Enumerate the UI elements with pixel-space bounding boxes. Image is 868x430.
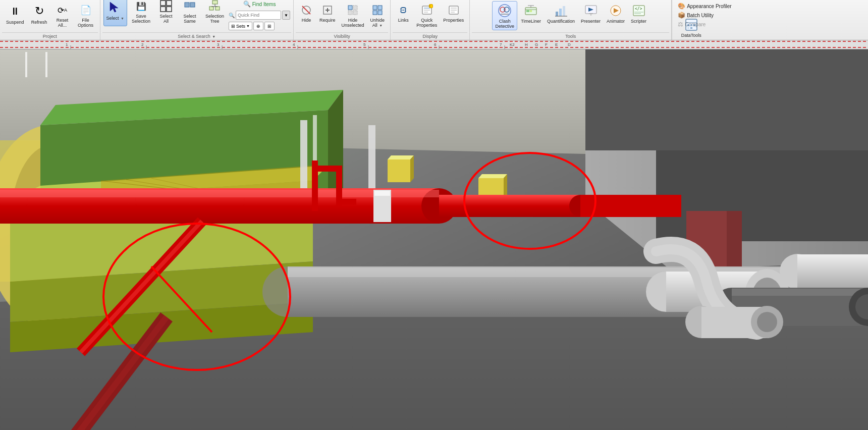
svg-rect-158 bbox=[25, 52, 27, 77]
svg-text:K2: K2 bbox=[510, 42, 515, 47]
svg-rect-145 bbox=[797, 254, 868, 289]
svg-text:3: 3 bbox=[217, 42, 220, 47]
sets-label: Sets bbox=[236, 24, 245, 29]
reset-all-label: ResetAll... bbox=[57, 18, 69, 28]
hide-unselected-button[interactable]: HideUnselected bbox=[339, 1, 367, 30]
svg-marker-118 bbox=[478, 174, 507, 178]
tools-section: ClashDetective TimeLiner Quantification … bbox=[470, 0, 672, 40]
refresh-icon: ↻ bbox=[31, 3, 47, 19]
data-tools-button[interactable]: DataTools bbox=[677, 15, 705, 44]
viewport[interactable]: 1 2 3 4 5 6 7 K2 H G F E D bbox=[0, 40, 868, 430]
display-section: Links ! QuickProperties Properties Displ… bbox=[391, 0, 470, 40]
select-all-button[interactable]: SelectAll bbox=[155, 0, 177, 26]
svg-text:!: ! bbox=[429, 5, 430, 8]
scripter-label: Scripter bbox=[631, 19, 646, 24]
svg-rect-114 bbox=[388, 159, 410, 182]
file-options-icon: 📄 bbox=[78, 3, 94, 17]
svg-rect-19 bbox=[348, 11, 352, 15]
presenter-label: Presenter bbox=[581, 19, 601, 24]
svg-text:E: E bbox=[555, 42, 558, 47]
unhide-all-icon bbox=[370, 3, 385, 17]
find-options-button[interactable]: ▼ bbox=[282, 11, 290, 20]
quick-find-input[interactable] bbox=[236, 11, 281, 20]
select-icon bbox=[107, 0, 123, 15]
animator-icon bbox=[608, 3, 623, 18]
links-icon bbox=[396, 3, 410, 17]
suspend-label: Suspend bbox=[6, 20, 24, 25]
refresh-label: Refresh bbox=[31, 20, 47, 25]
hide-icon bbox=[299, 3, 313, 17]
right-row-1: 🎨 Appearance Profiler bbox=[675, 2, 865, 10]
quantification-button[interactable]: Quantification bbox=[545, 1, 577, 30]
project-label: Project bbox=[2, 32, 98, 40]
svg-rect-148 bbox=[732, 289, 868, 296]
reset-all-button[interactable]: ⟳A ResetAll... bbox=[51, 1, 74, 30]
presenter-icon bbox=[583, 3, 599, 18]
appearance-profiler-button[interactable]: 🎨 Appearance Profiler bbox=[675, 2, 734, 10]
data-tools-label: DataTools bbox=[681, 33, 701, 38]
svg-text:2: 2 bbox=[141, 42, 144, 47]
svg-text:</>: </> bbox=[635, 7, 642, 11]
svg-rect-2 bbox=[167, 1, 172, 6]
refresh-button[interactable]: ↻ Refresh bbox=[28, 1, 50, 30]
clash-detective-label: ClashDetective bbox=[496, 19, 515, 29]
properties-icon bbox=[447, 3, 461, 17]
select-button[interactable]: Select ▼ bbox=[103, 0, 127, 26]
hide-button[interactable]: Hide bbox=[297, 1, 316, 30]
svg-rect-134 bbox=[336, 199, 356, 205]
sets-button[interactable]: ⊞ Sets ▼ bbox=[229, 22, 252, 30]
svg-text:1: 1 bbox=[66, 42, 68, 47]
svg-marker-115 bbox=[388, 155, 414, 159]
quick-properties-icon: ! bbox=[420, 3, 434, 17]
animator-button[interactable]: Animator bbox=[604, 1, 627, 30]
suspend-icon: ⏸ bbox=[7, 3, 23, 19]
svg-rect-43 bbox=[530, 10, 532, 12]
scene-3d[interactable] bbox=[0, 49, 868, 430]
visibility-section: Hide Require HideUnselected UnhideAll ▼ bbox=[294, 0, 391, 40]
svg-rect-21 bbox=[373, 6, 377, 10]
timeliner-button[interactable]: TimeLiner bbox=[518, 1, 544, 30]
suspend-button[interactable]: ⏸ Suspend bbox=[3, 1, 27, 30]
save-selection-icon: 💾 bbox=[133, 0, 149, 13]
selection-tree-button[interactable]: SelectionTree bbox=[202, 0, 227, 26]
scripter-button[interactable]: </> Scripter bbox=[628, 1, 649, 30]
svg-rect-128 bbox=[374, 191, 390, 196]
svg-text:7: 7 bbox=[500, 42, 502, 47]
select-label: Select ▼ bbox=[106, 16, 124, 21]
sets-options-button[interactable]: ⊕ bbox=[253, 22, 263, 30]
select-same-button[interactable]: SelectSame bbox=[179, 0, 201, 26]
find-items-label: Find Items bbox=[252, 2, 276, 7]
svg-rect-6 bbox=[190, 3, 195, 7]
select-all-label: SelectAll bbox=[160, 14, 173, 24]
unhide-all-button[interactable]: UnhideAll ▼ bbox=[368, 1, 388, 30]
svg-rect-124 bbox=[439, 195, 580, 217]
quantification-icon bbox=[554, 3, 569, 18]
svg-rect-8 bbox=[209, 7, 213, 10]
project-section: ⏸ Suspend ↻ Refresh ⟳A ResetAll... 📄 Fil… bbox=[0, 0, 100, 40]
links-button[interactable]: Links bbox=[394, 1, 413, 30]
hide-label: Hide bbox=[302, 18, 311, 23]
clash-detective-button[interactable]: ClashDetective bbox=[492, 1, 517, 30]
svg-text:H: H bbox=[525, 42, 528, 47]
svg-rect-1 bbox=[160, 1, 166, 6]
quantification-label: Quantification bbox=[547, 19, 575, 24]
svg-text:F: F bbox=[545, 42, 548, 47]
visibility-label: Visibility bbox=[296, 32, 388, 40]
require-icon bbox=[320, 3, 335, 17]
file-options-button[interactable]: 📄 FileOptions bbox=[75, 1, 97, 30]
svg-text:D: D bbox=[568, 42, 571, 47]
properties-button[interactable]: Properties bbox=[441, 1, 466, 30]
quick-properties-button[interactable]: ! QuickProperties bbox=[414, 1, 440, 30]
unhide-all-label: UnhideAll ▼ bbox=[370, 18, 385, 28]
svg-rect-112 bbox=[368, 125, 375, 196]
require-button[interactable]: Require bbox=[317, 1, 338, 30]
save-selection-button[interactable]: 💾 SaveSelection bbox=[129, 0, 153, 26]
presenter-button[interactable]: Presenter bbox=[578, 1, 603, 30]
timeliner-icon bbox=[523, 3, 538, 18]
svg-text:6: 6 bbox=[434, 42, 437, 47]
sets-manage-button[interactable]: ⊞ bbox=[264, 22, 275, 30]
require-label: Require bbox=[319, 18, 336, 23]
select-same-icon bbox=[182, 0, 198, 13]
svg-rect-132 bbox=[318, 166, 338, 172]
find-items-button[interactable]: 🔍 Find Items bbox=[229, 0, 290, 10]
